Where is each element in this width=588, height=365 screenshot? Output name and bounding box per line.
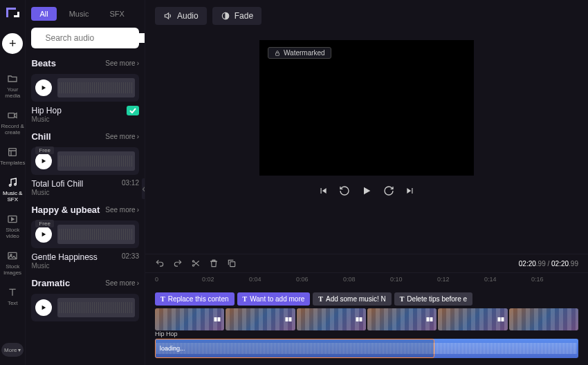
video-clip[interactable]: [509, 308, 578, 330]
text-clip[interactable]: TAdd some music! N: [313, 292, 391, 306]
delete-button[interactable]: [209, 259, 219, 268]
music-icon: [7, 177, 18, 188]
redo-button[interactable]: [173, 259, 183, 268]
rail-item-templates[interactable]: Templates: [0, 141, 25, 171]
svg-point-15: [192, 265, 194, 266]
skip-end-button[interactable]: [405, 186, 415, 196]
svg-point-6: [10, 185, 12, 187]
timeline-toolbar: 02:20.99 / 02:20.99: [145, 254, 588, 272]
svg-rect-24: [430, 317, 433, 321]
chevron-right-icon: ›: [137, 59, 139, 67]
audio-settings-button[interactable]: Audio: [155, 7, 207, 25]
timeline-tracks: TReplace this conten TWant to add more T…: [145, 288, 588, 365]
audio-duration: 03:12: [122, 179, 139, 187]
see-more-link[interactable]: See more ›: [105, 133, 139, 140]
text-clip[interactable]: TDelete tips before e: [394, 292, 472, 306]
camera-icon: [7, 110, 18, 121]
tab-all[interactable]: All: [31, 7, 56, 21]
image-icon: [7, 250, 18, 261]
play-button[interactable]: [361, 185, 372, 196]
chevron-right-icon: ›: [137, 279, 139, 287]
text-clip[interactable]: TWant to add more: [237, 292, 311, 306]
svg-rect-23: [427, 317, 430, 321]
audio-item[interactable]: Hip Hop Music: [31, 74, 139, 123]
text-clip[interactable]: TReplace this conten: [155, 292, 235, 306]
see-more-link[interactable]: See more ›: [105, 279, 139, 287]
play-button[interactable]: [35, 299, 52, 316]
svg-rect-1: [6, 8, 8, 17]
see-more-link[interactable]: See more ›: [105, 59, 139, 67]
duplicate-button[interactable]: [227, 259, 237, 268]
fade-button[interactable]: Fade: [212, 7, 261, 25]
skip-start-button[interactable]: [318, 186, 328, 196]
rewind-button[interactable]: [339, 185, 350, 196]
search-input-wrap[interactable]: [31, 28, 139, 48]
tab-sfx[interactable]: SFX: [101, 7, 132, 21]
transition-icon: [284, 315, 293, 324]
video-clip[interactable]: [155, 308, 224, 330]
category-title: Happy & upbeat: [31, 205, 100, 215]
audio-item[interactable]: Free Gentle Happiness Music 02:33: [31, 221, 139, 270]
timeline-ruler[interactable]: 0 0:02 0:04 0:06 0:08 0:10 0:12 0:14 0:1…: [145, 272, 588, 288]
forward-button[interactable]: [383, 185, 394, 196]
text-icon: [7, 287, 18, 298]
collapse-sidebar-handle[interactable]: ‹: [142, 178, 145, 199]
rail-item-label: Stock images: [0, 263, 25, 276]
svg-rect-20: [288, 317, 291, 321]
undo-button[interactable]: [155, 259, 165, 268]
main-area: Audio Fade Watermarked: [145, 0, 588, 365]
rail-item-record[interactable]: Record & create: [0, 104, 25, 141]
audio-sidebar: All Music SFX Beats See more › Hip Hop M…: [26, 0, 145, 365]
category-header-dramatic: Dramatic See more ›: [31, 278, 139, 288]
video-clip[interactable]: [367, 308, 437, 330]
rail-item-stock-images[interactable]: Stock images: [0, 245, 25, 281]
audio-clip-label: Hip Hop: [155, 330, 178, 337]
rail-item-your-media[interactable]: Your media: [0, 68, 25, 104]
svg-rect-22: [359, 317, 362, 321]
rail-item-label: Stock video: [0, 227, 25, 239]
svg-rect-26: [501, 317, 504, 321]
free-badge: Free: [35, 220, 53, 227]
search-input[interactable]: [45, 33, 145, 43]
ruler-tick: 0:08: [343, 276, 390, 283]
audio-tabs: All Music SFX: [31, 7, 139, 21]
svg-rect-17: [214, 317, 217, 321]
play-button[interactable]: [35, 153, 52, 169]
rail-item-text[interactable]: Text: [0, 281, 25, 312]
rail-item-label: Templates: [0, 160, 25, 166]
chevron-right-icon: ›: [137, 206, 139, 214]
audio-clip[interactable]: loading...: [155, 339, 578, 358]
ruler-tick: 0:10: [390, 276, 437, 283]
video-clip[interactable]: [438, 308, 507, 330]
tab-music[interactable]: Music: [61, 7, 98, 21]
video-clip[interactable]: [226, 308, 295, 330]
play-button[interactable]: [35, 79, 52, 96]
rail-item-music-sfx[interactable]: Music & SFX: [0, 171, 25, 208]
play-button[interactable]: [35, 226, 52, 243]
audio-item[interactable]: [31, 294, 139, 321]
audio-item[interactable]: Free Total Lofi Chill Music 03:12: [31, 147, 139, 196]
rail-item-stock-video[interactable]: Stock video: [0, 208, 25, 245]
audio-name: Total Lofi Chill: [31, 179, 83, 189]
see-more-link[interactable]: See more ›: [105, 206, 139, 214]
svg-rect-18: [218, 317, 221, 321]
video-clip[interactable]: [297, 308, 366, 330]
audio-track[interactable]: Hip Hop loading...: [155, 339, 578, 358]
category-title: Dramatic: [31, 278, 70, 288]
audio-selection[interactable]: loading...: [155, 339, 434, 358]
video-preview[interactable]: Watermarked: [259, 40, 474, 176]
text-icon: T: [318, 295, 323, 303]
add-button[interactable]: +: [2, 33, 23, 54]
split-button[interactable]: [191, 259, 201, 268]
audio-duration: 02:33: [122, 252, 139, 260]
chevron-down-icon: ▾: [18, 347, 21, 353]
transition-icon: [213, 315, 221, 324]
video-track[interactable]: [155, 308, 578, 330]
template-icon: [7, 147, 18, 158]
audio-type: Music: [31, 189, 83, 196]
text-track[interactable]: TReplace this conten TWant to add more T…: [155, 292, 578, 306]
svg-rect-5: [9, 149, 17, 156]
more-button[interactable]: More ▾: [1, 343, 24, 357]
category-header-happy: Happy & upbeat See more ›: [31, 205, 139, 215]
svg-rect-4: [8, 113, 15, 118]
